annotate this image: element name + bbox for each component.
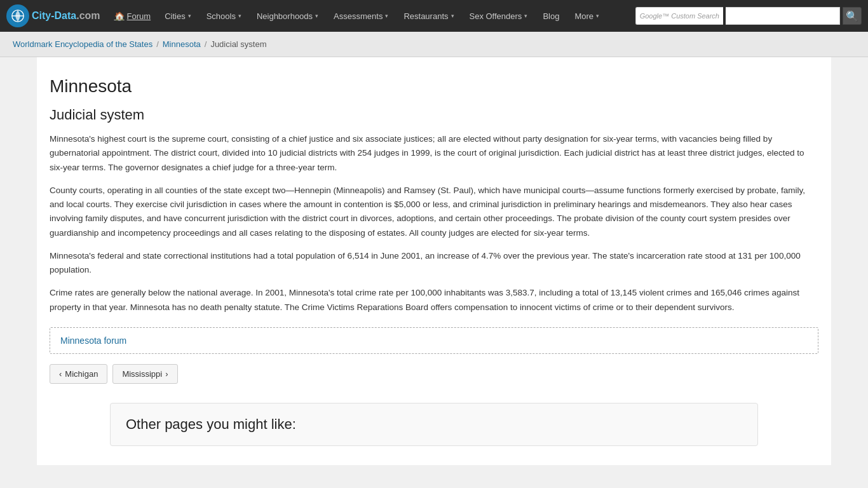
search-input[interactable] [726, 7, 840, 25]
prev-label: Michigan [65, 369, 98, 379]
nav-blog[interactable]: Blog [536, 8, 566, 25]
breadcrumb-bar: Worldmark Encyclopedia of the States / M… [0, 32, 868, 57]
forum-link-box: Minnesota forum [50, 327, 818, 354]
cities-caret: ▾ [188, 13, 191, 19]
prev-button[interactable]: ‹ Michigan [50, 364, 107, 384]
nav-assessments-label: Assessments [334, 11, 383, 21]
logo-text: City-Data.com [32, 10, 100, 22]
site-logo[interactable]: City-Data.com [6, 4, 100, 27]
forum-label: Forum [127, 11, 151, 21]
other-pages-title: Other pages you might like: [126, 416, 742, 433]
paragraph-1: Minnesota's highest court is the supreme… [50, 132, 818, 175]
main-navbar: City-Data.com 🏠 Forum Cities ▾ Schools ▾… [0, 0, 868, 32]
forum-icon: 🏠 [114, 11, 125, 21]
nav-schools[interactable]: Schools ▾ [200, 8, 248, 25]
breadcrumb-sep-2: / [205, 39, 207, 49]
nav-assessments[interactable]: Assessments ▾ [327, 8, 395, 25]
forum-link[interactable]: Minnesota forum [60, 336, 126, 346]
nav-neighborhoods-label: Neighborhoods [257, 11, 313, 21]
nav-restaurants[interactable]: Restaurants ▾ [397, 8, 460, 25]
nav-sex-offenders-label: Sex Offenders [470, 11, 522, 21]
neighborhoods-caret: ▾ [315, 13, 318, 19]
nav-forum[interactable]: 🏠 Forum [109, 8, 156, 25]
prev-arrow: ‹ [59, 369, 62, 379]
search-button[interactable]: 🔍 [843, 7, 862, 25]
schools-caret: ▾ [238, 13, 241, 19]
logo-icon [6, 4, 29, 27]
paragraph-2: County courts, operating in all counties… [50, 184, 818, 240]
google-label: Google™ Custom Search [635, 7, 723, 25]
main-content: Minnesota Judicial system Minnesota's hi… [37, 57, 831, 465]
nav-restaurants-label: Restaurants [403, 11, 448, 21]
other-pages-box: Other pages you might like: [110, 403, 758, 446]
restaurants-caret: ▾ [451, 13, 454, 19]
nav-neighborhoods[interactable]: Neighborhoods ▾ [250, 8, 325, 25]
assessments-caret: ▾ [385, 13, 388, 19]
section-title: Judicial system [50, 107, 818, 123]
nav-buttons: ‹ Michigan Mississippi › [50, 364, 818, 384]
breadcrumb-worldmark[interactable]: Worldmark Encyclopedia of the States [13, 39, 153, 49]
nav-schools-label: Schools [207, 11, 236, 21]
next-button[interactable]: Mississippi › [112, 364, 177, 384]
page-title: Minnesota [50, 76, 818, 97]
nav-blog-label: Blog [543, 11, 559, 21]
nav-sex-offenders[interactable]: Sex Offenders ▾ [463, 8, 534, 25]
more-caret: ▾ [596, 13, 599, 19]
breadcrumb-current: Judicial system [210, 39, 266, 49]
next-label: Mississippi [122, 369, 162, 379]
sex-offenders-caret: ▾ [524, 13, 527, 19]
paragraph-3: Minnesota's federal and state correction… [50, 249, 818, 278]
nav-cities[interactable]: Cities ▾ [158, 8, 198, 25]
nav-cities-label: Cities [165, 11, 186, 21]
search-area: Google™ Custom Search 🔍 [635, 7, 862, 25]
nav-more-label: More [574, 11, 593, 21]
breadcrumb-sep-1: / [156, 39, 159, 49]
search-icon: 🔍 [846, 10, 858, 22]
paragraph-4: Crime rates are generally below the nati… [50, 286, 818, 315]
breadcrumb: Worldmark Encyclopedia of the States / M… [13, 39, 855, 49]
nav-more[interactable]: More ▾ [568, 8, 606, 25]
breadcrumb-minnesota[interactable]: Minnesota [163, 39, 201, 49]
next-arrow: › [165, 369, 168, 379]
